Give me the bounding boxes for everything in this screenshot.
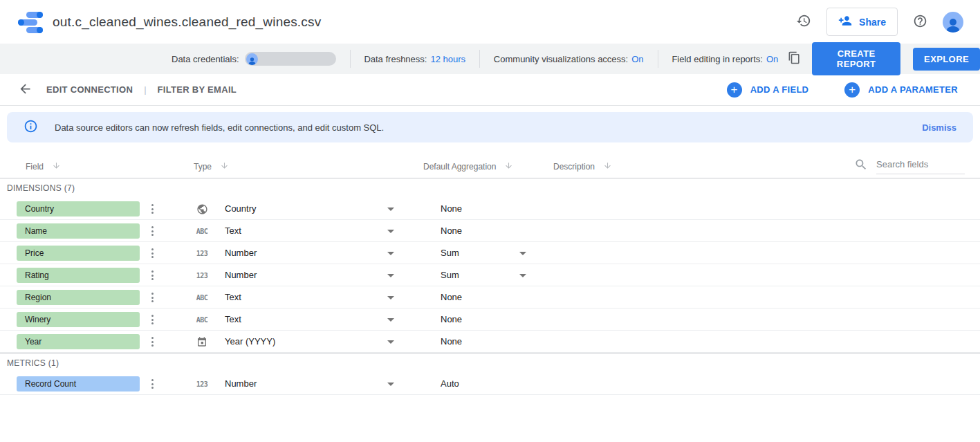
- sort-arrow-icon: [52, 161, 61, 172]
- column-header-description-label: Description: [553, 162, 595, 172]
- search-fields-input[interactable]: [876, 158, 965, 174]
- search-icon: [854, 158, 868, 174]
- more-options-icon[interactable]: [148, 269, 156, 282]
- action-separator: |: [144, 84, 146, 95]
- type-dropdown-icon[interactable]: [387, 296, 394, 300]
- create-report-button[interactable]: CREATE REPORT: [812, 42, 900, 75]
- more-options-icon[interactable]: [148, 378, 156, 390]
- field-type-label: Year (YYYY): [225, 331, 275, 353]
- edit-connection-link[interactable]: EDIT CONNECTION: [46, 84, 133, 95]
- more-options-icon[interactable]: [148, 203, 156, 215]
- person-add-icon: [838, 14, 852, 30]
- more-options-icon[interactable]: [148, 335, 156, 348]
- data-credentials-label: Data credentials:: [172, 54, 239, 64]
- share-button-label: Share: [859, 17, 886, 28]
- more-options-icon[interactable]: [148, 313, 156, 326]
- field-pill[interactable]: Winery: [17, 312, 140, 327]
- field-row-price: Price 123 Number Sum: [0, 242, 980, 264]
- number-type-icon: 123: [195, 264, 209, 286]
- type-dropdown-icon[interactable]: [387, 208, 394, 211]
- field-type-label: Number: [225, 242, 257, 264]
- type-dropdown-icon[interactable]: [387, 383, 394, 386]
- column-header-field[interactable]: Field: [26, 161, 61, 172]
- field-row-year: Year Year (YYYY) None: [0, 331, 980, 353]
- more-options-icon[interactable]: [148, 291, 156, 304]
- number-type-icon: 123: [195, 242, 209, 264]
- type-dropdown-icon[interactable]: [387, 318, 394, 322]
- data-studio-logo-icon[interactable]: [17, 11, 43, 33]
- explore-button[interactable]: EXPLORE: [913, 48, 980, 71]
- connection-action-row: EDIT CONNECTION | FILTER BY EMAIL + ADD …: [0, 74, 980, 106]
- text-type-icon: ABC: [195, 309, 209, 331]
- calendar-icon: [195, 331, 209, 353]
- banner-message: Data source editors can now refresh fiel…: [55, 122, 384, 133]
- share-button[interactable]: Share: [826, 8, 898, 36]
- dismiss-banner-button[interactable]: Dismiss: [922, 122, 956, 133]
- user-avatar[interactable]: [943, 12, 963, 33]
- column-header-type[interactable]: Type: [194, 161, 229, 172]
- back-button[interactable]: [18, 82, 33, 98]
- field-row-winery: Winery ABC Text None: [0, 309, 980, 331]
- community-visualizations-label: Community visualizations access:: [494, 54, 628, 64]
- info-banner: Data source editors can now refresh fiel…: [7, 112, 973, 142]
- aggregation-value: None: [441, 198, 462, 220]
- field-table-header: Field Type Default Aggregation Descripti…: [0, 142, 980, 178]
- field-pill[interactable]: Country: [17, 201, 140, 217]
- type-dropdown-icon[interactable]: [387, 252, 394, 255]
- aggregation-value: None: [441, 220, 462, 242]
- aggregation-dropdown-icon[interactable]: [519, 274, 526, 277]
- type-dropdown-icon[interactable]: [387, 340, 394, 344]
- help-icon: [913, 14, 927, 30]
- field-pill[interactable]: Rating: [17, 268, 140, 283]
- more-options-icon[interactable]: [148, 247, 156, 259]
- person-icon: [945, 17, 961, 33]
- field-pill[interactable]: Name: [17, 223, 140, 239]
- aggregation-dropdown-icon[interactable]: [519, 252, 526, 255]
- field-type-label: Text: [225, 286, 241, 309]
- column-header-type-label: Type: [194, 162, 212, 172]
- sort-arrow-icon: [603, 161, 612, 172]
- credentials-avatar: [246, 53, 258, 65]
- field-pill[interactable]: Year: [17, 334, 140, 349]
- aggregation-value: Sum: [441, 242, 459, 264]
- header-right: Share: [796, 8, 963, 36]
- field-row-country: Country Country None: [0, 198, 980, 220]
- aggregation-value: None: [441, 309, 462, 331]
- filter-by-email-link[interactable]: FILTER BY EMAIL: [158, 84, 237, 95]
- plus-icon: +: [844, 82, 860, 98]
- column-header-aggregation[interactable]: Default Aggregation: [423, 161, 513, 172]
- field-editing-value[interactable]: On: [766, 54, 778, 64]
- app-header: out.c_cleaned_wines.cleaned_red_wines.cs…: [0, 0, 980, 44]
- field-type-label: Number: [225, 264, 257, 286]
- add-a-field-button[interactable]: + ADD A FIELD: [727, 82, 809, 98]
- field-row-name: Name ABC Text None: [0, 220, 980, 242]
- duplicate-datasource-button[interactable]: [788, 51, 801, 66]
- add-a-parameter-button[interactable]: + ADD A PARAMETER: [844, 82, 958, 98]
- field-actions: + ADD A FIELD + ADD A PARAMETER: [727, 82, 962, 98]
- search-fields-box: [854, 158, 965, 174]
- logo-bar: [26, 27, 43, 33]
- field-type-label: Text: [225, 220, 241, 242]
- field-type-label: Country: [225, 198, 257, 220]
- field-pill[interactable]: Price: [17, 246, 140, 261]
- community-visualizations-value[interactable]: On: [631, 54, 643, 64]
- type-dropdown-icon[interactable]: [387, 230, 394, 233]
- data-freshness-value[interactable]: 12 hours: [430, 54, 465, 64]
- field-pill[interactable]: Region: [17, 290, 140, 305]
- credentials-owner-chip[interactable]: [245, 52, 336, 66]
- more-options-icon[interactable]: [148, 225, 156, 237]
- aggregation-value: None: [441, 286, 462, 309]
- arrow-back-icon: [18, 82, 33, 98]
- version-history-button[interactable]: [796, 13, 811, 30]
- column-header-description[interactable]: Description: [553, 161, 612, 172]
- text-type-icon: ABC: [195, 286, 209, 309]
- datasource-toolbar: Data credentials: Data freshness: 12 hou…: [0, 44, 980, 74]
- aggregation-value: Sum: [441, 264, 459, 286]
- community-visualizations-item: Community visualizations access: On: [494, 54, 644, 64]
- data-credentials-item: Data credentials:: [172, 52, 336, 66]
- type-dropdown-icon[interactable]: [387, 274, 394, 277]
- globe-icon: [195, 198, 209, 220]
- plus-icon: +: [727, 82, 742, 98]
- help-button[interactable]: [913, 14, 927, 30]
- field-pill[interactable]: Record Count: [17, 376, 140, 392]
